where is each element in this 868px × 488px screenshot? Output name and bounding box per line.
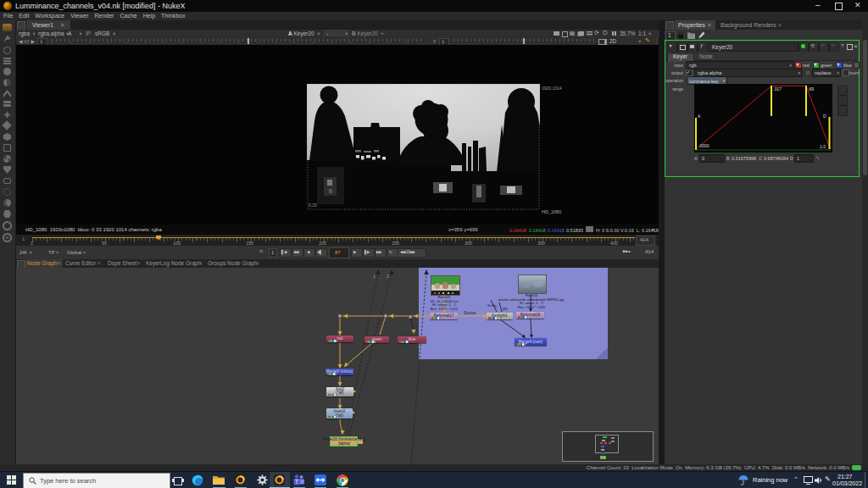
svg-text:.69: .69 [808,86,814,92]
svg-text:Source: Source [464,311,476,315]
svg-text:3: 3 [421,274,424,279]
svg-text:.0000: .0000 [698,143,709,148]
svg-text:.317: .317 [773,86,782,92]
svg-text:D: D [823,114,826,119]
svg-text:2: 2 [387,274,389,279]
svg-text:T: T [295,479,298,485]
svg-text:1: 1 [373,274,376,279]
svg-text:1.0: 1.0 [820,144,826,149]
